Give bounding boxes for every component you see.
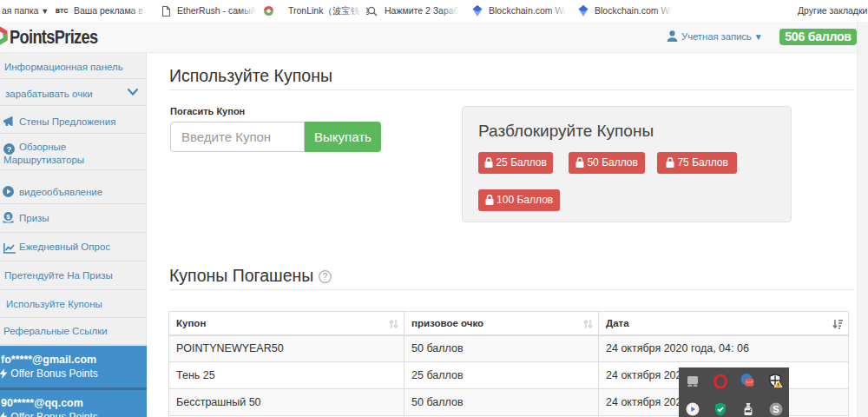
svg-text:$: $ [6, 213, 10, 221]
svg-text:?: ? [7, 144, 12, 154]
svg-text:!: ! [778, 382, 779, 387]
svg-text:?: ? [323, 272, 328, 281]
svg-text:S: S [773, 404, 779, 414]
